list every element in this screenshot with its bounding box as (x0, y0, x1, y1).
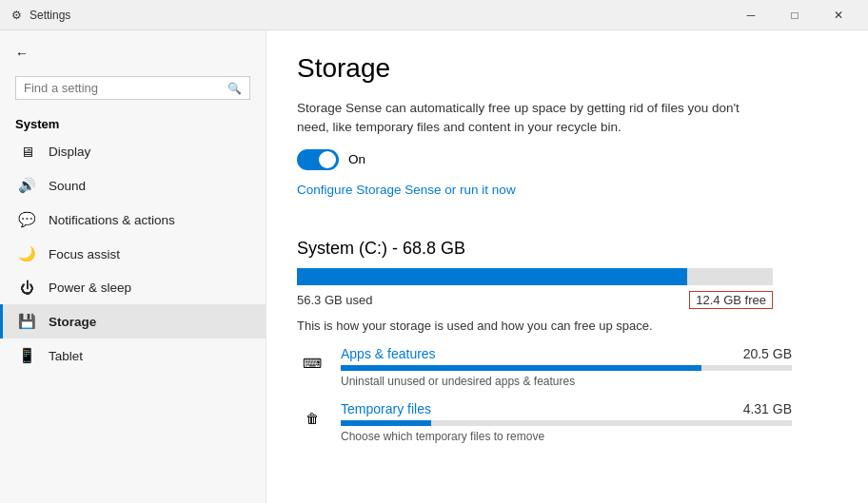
temp-bar-fill (341, 420, 431, 426)
apps-desc: Uninstall unused or undesired apps & fea… (341, 375, 792, 388)
storage-bar-used (297, 268, 687, 285)
display-icon: 🖥 (18, 144, 35, 160)
temp-icon: 🗑 (297, 403, 327, 434)
temp-desc: Choose which temporary files to remove (341, 430, 792, 443)
toggle-thumb (319, 151, 336, 168)
sidebar-item-label-focus: Focus assist (49, 247, 120, 261)
storage-how-used-text: This is how your storage is used and how… (297, 319, 773, 333)
sidebar-item-label-tablet: Tablet (49, 349, 83, 363)
page-title: Storage (297, 53, 838, 84)
sidebar-item-storage[interactable]: 💾 Storage (0, 304, 266, 339)
drive-title: System (C:) - 68.8 GB (297, 239, 838, 259)
title-bar-controls: ─ □ ✕ (729, 0, 860, 30)
back-icon: ← (15, 46, 29, 61)
sidebar-item-tablet[interactable]: 📱 Tablet (0, 339, 266, 373)
temp-bar (341, 420, 792, 426)
sidebar-item-sound[interactable]: 🔊 Sound (0, 168, 266, 203)
storage-sense-toggle[interactable] (297, 149, 339, 170)
notifications-icon: 💬 (18, 211, 35, 228)
sidebar-item-label-sound: Sound (49, 179, 86, 193)
sidebar-item-label-display: Display (49, 145, 90, 159)
settings-icon: ⚙ (11, 9, 22, 22)
main-content: Storage Storage Sense can automatically … (266, 30, 868, 503)
toggle-label: On (348, 152, 365, 166)
power-icon: ⏻ (18, 280, 35, 296)
title-bar: ⚙ Settings ─ □ ✕ (0, 0, 868, 30)
drive-section: System (C:) - 68.8 GB 56.3 GB used 12.4 … (297, 239, 838, 443)
sidebar-item-label-power: Power & sleep (49, 281, 131, 295)
apps-size: 20.5 GB (743, 346, 792, 361)
back-button[interactable]: ← (0, 38, 266, 68)
temp-name[interactable]: Temporary files (341, 401, 431, 416)
sidebar-item-label-storage: Storage (49, 315, 96, 329)
window-title: Settings (30, 9, 70, 22)
sidebar-section-label: System (0, 107, 266, 135)
apps-icon: ⌨ (297, 348, 327, 378)
storage-icon: 💾 (18, 313, 35, 330)
temp-header: Temporary files 4.31 GB (341, 401, 792, 416)
storage-bar-container (297, 268, 773, 285)
temp-size: 4.31 GB (743, 401, 792, 416)
sidebar: ← 🔍 System 🖥 Display 🔊 Sound 💬 Notificat… (0, 30, 266, 503)
app-container: ← 🔍 System 🖥 Display 🔊 Sound 💬 Notificat… (0, 30, 868, 503)
storage-item-apps: ⌨ Apps & features 20.5 GB Uninstall unus… (297, 346, 792, 388)
search-input[interactable] (24, 81, 227, 95)
apps-bar (341, 365, 792, 371)
storage-item-temp: 🗑 Temporary files 4.31 GB Choose which t… (297, 401, 792, 443)
storage-items-list: ⌨ Apps & features 20.5 GB Uninstall unus… (297, 346, 838, 443)
used-label: 56.3 GB used (297, 293, 373, 307)
sidebar-item-focus[interactable]: 🌙 Focus assist (0, 237, 266, 271)
close-button[interactable]: ✕ (817, 0, 860, 30)
tablet-icon: 📱 (18, 347, 35, 364)
sidebar-item-power[interactable]: ⏻ Power & sleep (0, 271, 266, 304)
temp-body: Temporary files 4.31 GB Choose which tem… (341, 401, 792, 443)
storage-sense-description: Storage Sense can automatically free up … (297, 99, 773, 138)
focus-icon: 🌙 (18, 245, 35, 262)
free-label: 12.4 GB free (689, 291, 773, 309)
apps-body: Apps & features 20.5 GB Uninstall unused… (341, 346, 792, 388)
maximize-button[interactable]: □ (773, 0, 817, 30)
sidebar-item-label-notifications: Notifications & actions (49, 213, 175, 227)
storage-labels: 56.3 GB used 12.4 GB free (297, 291, 773, 309)
sidebar-item-notifications[interactable]: 💬 Notifications & actions (0, 203, 266, 237)
configure-storage-sense-link[interactable]: Configure Storage Sense or run it now (297, 183, 516, 197)
title-bar-left: ⚙ Settings (11, 9, 70, 22)
apps-bar-fill (341, 365, 701, 371)
apps-name[interactable]: Apps & features (341, 346, 436, 361)
search-icon: 🔍 (227, 82, 242, 95)
sidebar-item-display[interactable]: 🖥 Display (0, 135, 266, 168)
search-box[interactable]: 🔍 (15, 76, 250, 100)
apps-header: Apps & features 20.5 GB (341, 346, 792, 361)
nav-items-list: 🖥 Display 🔊 Sound 💬 Notifications & acti… (0, 135, 266, 373)
minimize-button[interactable]: ─ (729, 0, 773, 30)
toggle-row: On (297, 149, 838, 170)
sound-icon: 🔊 (18, 177, 35, 194)
